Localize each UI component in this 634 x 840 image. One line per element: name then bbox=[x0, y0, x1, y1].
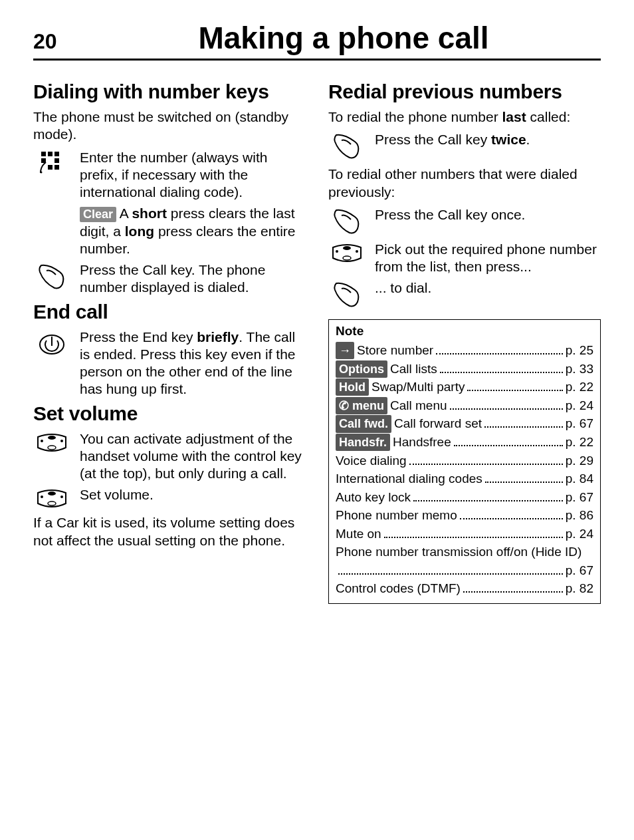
row-redial-once: Press the Call key once. bbox=[328, 206, 601, 237]
dot-leader bbox=[409, 464, 563, 465]
redial-twice-a: Press the Call key bbox=[375, 132, 491, 147]
note-badge: Options bbox=[336, 360, 387, 378]
svg-rect-6 bbox=[54, 165, 59, 170]
row-to-dial: ... to dial. bbox=[328, 279, 601, 310]
control-key-top-icon bbox=[33, 430, 70, 454]
redial-twice-c: . bbox=[526, 132, 530, 147]
note-line: Phone number transmission off/on (Hide I… bbox=[336, 543, 593, 579]
page-number: 20 bbox=[33, 29, 73, 54]
dot-leader bbox=[440, 372, 563, 373]
notes-list: → Store numberp. 25Options Call listsp. … bbox=[336, 341, 593, 598]
note-label: Handsfree bbox=[393, 433, 451, 452]
dot-leader bbox=[485, 482, 563, 483]
svg-point-17 bbox=[336, 250, 338, 253]
redial-once-text: Press the Call key once. bbox=[375, 206, 601, 223]
note-line: → Store numberp. 25 bbox=[336, 341, 593, 360]
note-label: International dialing codes bbox=[336, 470, 482, 488]
note-page: p. 29 bbox=[566, 452, 593, 470]
spacer-icon bbox=[33, 205, 70, 206]
call-key-icon bbox=[328, 131, 366, 162]
redial-intro-a: To redial the phone number bbox=[328, 109, 502, 124]
row-clear: Clear A short press clears the last digi… bbox=[33, 205, 306, 257]
note-page: p. 67 bbox=[566, 414, 593, 433]
note-title: Note bbox=[336, 324, 593, 339]
note-page: p. 25 bbox=[566, 341, 593, 360]
note-badge: Hold bbox=[336, 378, 369, 396]
endcall-text: Press the End key briefly. The call is e… bbox=[80, 329, 306, 398]
note-page: p. 22 bbox=[566, 433, 593, 452]
note-badge: → bbox=[336, 342, 354, 359]
carkit-text: If a Car kit is used, its volume setting… bbox=[33, 514, 306, 549]
svg-rect-5 bbox=[48, 165, 53, 170]
page: 20 Making a phone call Dialing with numb… bbox=[0, 0, 634, 630]
note-badge: Handsfr. bbox=[336, 434, 390, 451]
note-line: Hold Swap/Multi partyp. 22 bbox=[336, 378, 593, 396]
note-line: International dialing codesp. 84 bbox=[336, 470, 593, 488]
dot-leader bbox=[450, 408, 563, 410]
note-page: p. 86 bbox=[566, 506, 593, 525]
note-line: Call fwd. Call forward setp. 67 bbox=[336, 414, 593, 433]
note-line: ✆ menu Call menup. 24 bbox=[336, 396, 593, 415]
dialing-intro: The phone must be switched on (standby m… bbox=[33, 108, 306, 144]
svg-point-13 bbox=[41, 495, 43, 498]
svg-point-10 bbox=[60, 440, 63, 442]
clear-text: Clear A short press clears the last digi… bbox=[80, 205, 306, 257]
row-enter-number: Enter the number (always with prefix, if… bbox=[33, 149, 306, 202]
heading-dialing: Dialing with number keys bbox=[33, 80, 306, 103]
svg-point-18 bbox=[356, 250, 358, 253]
row-volume-activate: You can activate adjustment of the hands… bbox=[33, 430, 306, 483]
row-callkey: Press the Call key. The phone number dis… bbox=[33, 261, 306, 297]
note-label: Phone number transmission off/on (Hide I… bbox=[336, 543, 593, 561]
redial-intro: To redial the phone number last called: bbox=[328, 108, 601, 126]
note-badge: Call fwd. bbox=[336, 415, 391, 432]
svg-point-20 bbox=[343, 256, 351, 260]
heading-setvolume: Set volume bbox=[33, 402, 306, 425]
redial-twice-b: twice bbox=[491, 132, 526, 147]
note-line: Voice dialingp. 29 bbox=[336, 452, 593, 470]
note-label: Phone number memo bbox=[336, 506, 457, 525]
dot-leader bbox=[460, 518, 563, 519]
pick-number-text: Pick out the required phone number from … bbox=[375, 241, 601, 276]
svg-point-12 bbox=[48, 446, 56, 450]
note-label: Voice dialing bbox=[336, 452, 407, 470]
note-page: p. 33 bbox=[566, 360, 593, 378]
note-label: Mute on bbox=[336, 525, 381, 543]
svg-point-15 bbox=[48, 491, 56, 495]
page-header: 20 Making a phone call bbox=[33, 20, 601, 61]
clear-text-b: short bbox=[132, 206, 167, 221]
volume-set-text: Set volume. bbox=[80, 486, 306, 503]
note-label: Auto key lock bbox=[336, 488, 411, 507]
redial-intro-b: last bbox=[502, 109, 526, 124]
heading-redial: Redial previous numbers bbox=[328, 80, 601, 103]
note-label: Call lists bbox=[390, 360, 437, 378]
note-page: p. 84 bbox=[566, 470, 593, 488]
control-key-icon bbox=[328, 241, 366, 265]
note-page: p. 24 bbox=[566, 396, 593, 415]
clear-text-a: A bbox=[116, 206, 132, 221]
note-page: p. 67 bbox=[566, 561, 593, 580]
row-endcall: Press the End key briefly. The call is e… bbox=[33, 329, 306, 398]
keypad-icon bbox=[33, 149, 70, 174]
dot-leader bbox=[384, 537, 563, 538]
note-line: Control codes (DTMF)p. 82 bbox=[336, 579, 593, 598]
note-page: p. 22 bbox=[566, 378, 593, 396]
right-column: Redial previous numbers To redial the ph… bbox=[328, 76, 601, 604]
svg-point-7 bbox=[41, 171, 43, 173]
dot-leader bbox=[436, 353, 563, 354]
svg-rect-2 bbox=[54, 152, 59, 156]
svg-rect-0 bbox=[41, 152, 46, 156]
left-column: Dialing with number keys The phone must … bbox=[33, 76, 306, 604]
svg-point-9 bbox=[41, 440, 43, 442]
end-key-icon bbox=[33, 329, 70, 359]
dot-leader bbox=[454, 445, 563, 446]
note-line: Auto key lockp. 67 bbox=[336, 488, 593, 507]
svg-rect-1 bbox=[48, 152, 53, 156]
note-label: Control codes (DTMF) bbox=[336, 579, 461, 598]
clear-badge: Clear bbox=[80, 207, 116, 222]
to-dial-text: ... to dial. bbox=[375, 279, 601, 297]
dot-leader bbox=[413, 500, 563, 501]
note-page: p. 67 bbox=[566, 488, 593, 507]
svg-point-16 bbox=[48, 501, 56, 505]
note-line: Phone number memop. 86 bbox=[336, 506, 593, 525]
svg-point-11 bbox=[48, 436, 56, 440]
